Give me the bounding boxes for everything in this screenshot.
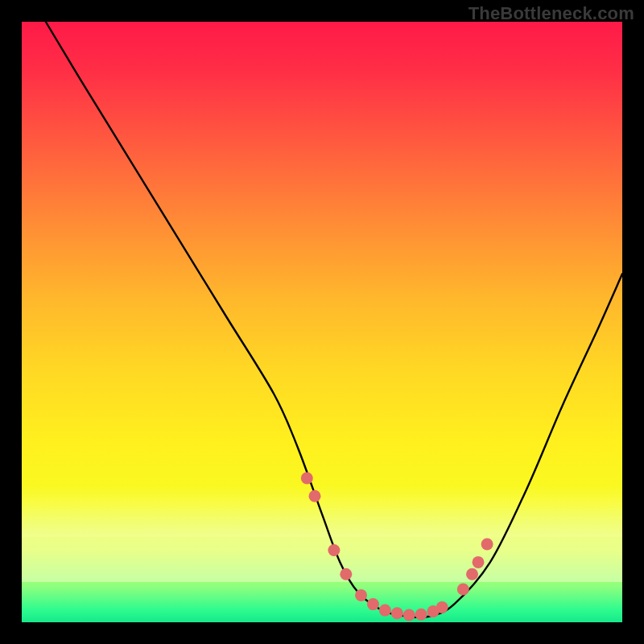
marker-dot [436,601,448,613]
chart-frame: TheBottleneck.com [0,0,644,644]
marker-dot [379,605,391,617]
marker-dot [301,473,313,485]
marker-dot [355,589,367,601]
marker-dot [481,539,493,551]
marker-dot [340,568,352,580]
marker-dot [457,584,469,596]
marker-dot [466,568,478,580]
curve-markers [301,473,493,621]
bottleneck-curve [46,22,622,617]
marker-dot [367,598,379,610]
marker-dot [415,609,427,621]
marker-dot [309,490,321,502]
attribution-label: TheBottleneck.com [469,3,634,24]
marker-dot [473,556,485,568]
marker-dot [403,609,415,621]
marker-dot [391,607,403,619]
marker-dot [328,544,340,556]
curve-layer [22,22,622,622]
